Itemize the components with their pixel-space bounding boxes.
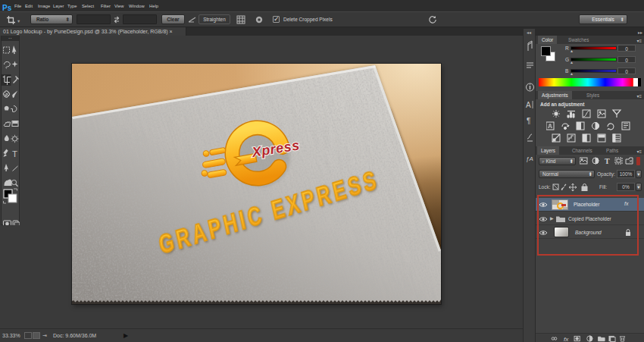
svg-text:fx: fx xyxy=(564,336,569,342)
svg-text:A: A xyxy=(526,101,531,109)
svg-text:T: T xyxy=(605,157,610,165)
svg-text:ƒA: ƒA xyxy=(526,155,533,162)
svg-text:T: T xyxy=(12,149,17,158)
svg-text:¶: ¶ xyxy=(527,117,530,125)
